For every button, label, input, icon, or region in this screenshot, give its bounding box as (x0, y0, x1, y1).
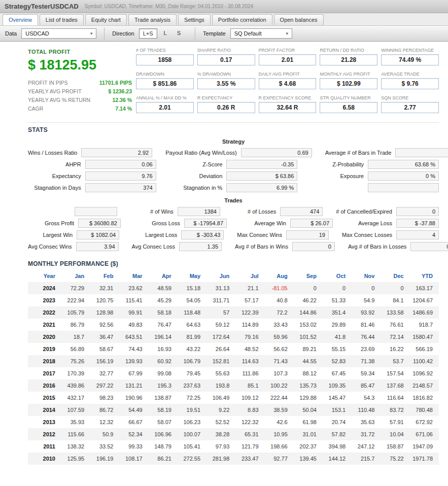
monthly-header-row: YearJanFebMarAprMayJunJulAugSepOctNovDec… (28, 270, 439, 282)
monthly-cell: 38.28 (206, 428, 235, 440)
monthly-cell: 72.2 (265, 306, 294, 319)
stat-row: AHPR0.06Z-Score-0.35Z-Probability63.68 % (28, 160, 439, 169)
stat-value: $ -37.88 (396, 219, 439, 228)
monthly-cell: 16.22 (381, 343, 409, 355)
monthly-cell: 566.19 (410, 343, 439, 355)
monthly-col-aug: Aug (265, 270, 294, 282)
monthly-cell: 19.51 (178, 404, 206, 416)
profit-rows: PROFIT IN PIPS11701.6 PIPSYEARLY AVG PRO… (28, 80, 132, 112)
monthly-cell: 21.1 (235, 282, 264, 294)
stat-cell-avg-consec-loss: Avg Consec Loss1.35 (132, 242, 222, 251)
monthly-cell: 157.54 (381, 367, 409, 379)
profit-row-label: CAGR (28, 106, 43, 112)
monthly-cell: 81.99 (178, 331, 206, 343)
tab-equity-chart[interactable]: Equity chart (85, 14, 127, 25)
overview-content: TOTAL PROFIT $ 18125.95 PROFIT IN PIPS11… (0, 42, 448, 465)
kpi-str-quality-number: STR QUALITY NUMBER6.58 (320, 95, 377, 114)
monthly-col-sep: Sep (294, 270, 323, 282)
monthly-row-2012: 2012115.6650.952.34106.96100.0738.2865.3… (28, 428, 439, 440)
monthly-cell: 432.17 (61, 392, 90, 404)
monthly-cell: 0 (381, 282, 409, 294)
monthly-cell: 52.52 (206, 416, 235, 428)
stat-label: Max Consec Losses (342, 232, 396, 238)
stat-label: Deviation (169, 173, 227, 179)
template-select[interactable]: SQ Default ▼ (230, 28, 292, 39)
monthly-year: 2015 (28, 392, 61, 404)
tab-settings[interactable]: Settings (178, 14, 211, 25)
monthly-cell: 237.63 (178, 379, 206, 392)
stat-value (368, 183, 439, 192)
stat-value: 0.69 (241, 148, 312, 157)
monthly-cell: 106.96 (149, 428, 178, 440)
tab-portfolio-correlation[interactable]: Portfolio correlation (212, 14, 272, 25)
monthly-cell: 57 (206, 306, 235, 319)
stat-value: $ 36080.82 (78, 219, 121, 228)
monthly-cell: 31.01 (294, 428, 323, 440)
monthly-cell: 128.98 (90, 306, 119, 319)
monthly-cell: 97.93 (206, 440, 235, 453)
tab-open-balances[interactable]: Open balances (274, 14, 324, 25)
monthly-row-2016: 2016439.86297.22131.21195.3237.63193.885… (28, 379, 439, 392)
tab-trade-analysis[interactable]: Trade analysis (128, 14, 177, 25)
stats-section: STATS Strategy Wins / Losses Ratio2.92Pa… (28, 122, 439, 251)
monthly-cell: 31.13 (206, 282, 235, 294)
stat-value: 1384 (178, 207, 220, 216)
tab-overview[interactable]: Overview (3, 14, 38, 25)
stat-label: Avg # of Bars in Losses (348, 244, 410, 250)
monthly-cell: 195.3 (149, 379, 178, 392)
direction-option-s[interactable]: S (174, 28, 184, 39)
stat-value: 0 (292, 242, 335, 251)
monthly-cell: 20.74 (323, 416, 352, 428)
monthly-cell: 148.79 (149, 440, 178, 453)
kpi-value: 1858 (136, 54, 194, 65)
stat-value: -0.35 (226, 160, 297, 169)
monthly-cell: 71.43 (265, 355, 294, 367)
monthly-cell: 93.92 (352, 306, 381, 319)
monthly-col-jul: Jul (235, 270, 264, 282)
monthly-cell: 12.32 (90, 416, 119, 428)
window-title: StrategyTesterUSDCAD (5, 3, 79, 10)
monthly-cell: 281.98 (206, 453, 235, 465)
monthly-row-2011: 2011138.3233.5299.33148.79105.4197.93121… (28, 440, 439, 453)
stat-value: 1.35 (179, 242, 222, 251)
monthly-cell: 29.89 (323, 319, 352, 331)
kpi-value: $ 851.86 (136, 78, 194, 89)
tab-list-of-trades[interactable]: List of trades (40, 14, 84, 25)
monthly-cell: 50.04 (294, 404, 323, 416)
monthly-cell: 10.95 (265, 428, 294, 440)
monthly-cell: 138.32 (61, 440, 90, 453)
monthly-cell: 111.86 (235, 367, 264, 379)
monthly-cell: 32.77 (90, 367, 119, 379)
data-select[interactable]: USDCAD ▼ (21, 28, 96, 39)
direction-option-l-s[interactable]: L+S (139, 28, 157, 39)
stat-label: Max Consec Wins (237, 232, 286, 238)
monthly-cell: 170.39 (61, 367, 90, 379)
kpi-label: ANNUAL % / MAX DD % (136, 95, 194, 100)
monthly-cell: 76.47 (149, 319, 178, 331)
monthly-year: 2023 (28, 294, 61, 306)
stat-value: 0 % (368, 171, 439, 181)
monthly-cell: 18.7 (61, 331, 90, 343)
stat-cell-gross-loss: Gross Loss$ -17954.87 (134, 219, 227, 228)
monthly-cell: 672.92 (410, 416, 439, 428)
monthly-cell: 297.22 (90, 379, 119, 392)
monthly-cell: 49.83 (119, 319, 148, 331)
monthly-year: 2019 (28, 343, 61, 355)
stat-cell-of-cancelled-expired: # of Cancelled/Expired0 (336, 207, 439, 216)
monthly-cell: 105.79 (61, 306, 90, 319)
monthly-cell: 35.63 (352, 416, 381, 428)
monthly-cell: 72.25 (178, 392, 206, 404)
monthly-cell: 36.47 (90, 331, 119, 343)
monthly-cell: 38.59 (265, 404, 294, 416)
stat-label: Z-Score (169, 161, 227, 167)
stat-value: 3.94 (76, 242, 119, 251)
direction-option-l[interactable]: L (160, 28, 170, 39)
stat-label: Average Loss (346, 220, 396, 226)
monthly-cell: 33.52 (90, 440, 119, 453)
monthly-cell: 42.6 (265, 416, 294, 428)
monthly-cell: 198.66 (265, 440, 294, 453)
monthly-cell: 58.19 (149, 404, 178, 416)
monthly-cell: 394.98 (323, 440, 352, 453)
monthly-cell: 107.3 (265, 367, 294, 379)
monthly-cell: 109.35 (323, 379, 352, 392)
